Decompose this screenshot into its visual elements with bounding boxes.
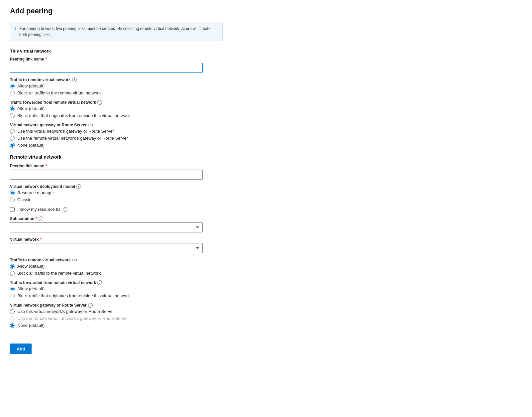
remote-vnet-traffic-to-remote-label: Traffic to remote virtual network i	[10, 258, 223, 262]
know-resource-id-checkbox[interactable]	[10, 207, 15, 212]
remote-vnet-deployment-model-label: Virtual network deployment model i	[10, 184, 223, 189]
this-vnet-gateway-radio-group: Use this virtual network's gateway or Ro…	[10, 129, 223, 148]
info-banner: ℹ For peering to work, two peering links…	[10, 22, 223, 41]
subscription-dropdown[interactable]: -	[10, 222, 203, 232]
this-vnet-traffic-forwarded-info-icon[interactable]: i	[97, 100, 102, 105]
add-button[interactable]: Add	[10, 344, 32, 354]
remote-vnet-gateway-use-this-option[interactable]: Use this virtual network's gateway or Ro…	[10, 309, 223, 314]
this-vnet-traffic-allow-option[interactable]: Allow (default)	[10, 83, 223, 88]
subscription-required: *	[36, 216, 37, 221]
remote-vnet-gateway-none-option[interactable]: None (default)	[10, 323, 223, 328]
this-vnet-traffic-to-remote-radio-group: Allow (default) Block all traffic to the…	[10, 83, 223, 95]
remote-vnet-traffic-to-remote-info-icon[interactable]: i	[72, 258, 77, 262]
remote-vnet-forwarded-allow-option[interactable]: Allow (default)	[10, 286, 223, 291]
bottom-bar: Add	[10, 338, 223, 354]
remote-vnet-peering-link-group: Peering link name *	[10, 164, 223, 180]
this-vnet-traffic-block-option[interactable]: Block all traffic to the remote virtual …	[10, 90, 223, 95]
know-resource-id-info-icon[interactable]: i	[63, 207, 67, 212]
remote-vnet-classic-option[interactable]: Classic	[10, 197, 223, 202]
this-vnet-forwarded-block-option[interactable]: Block traffic that originates from outsi…	[10, 113, 223, 118]
page-title: Add peering	[10, 7, 53, 15]
remote-vnet-deployment-model-radio-group: Resource manager Classic	[10, 190, 223, 202]
remote-vnet-gateway-label: Virtual network gateway or Route Server …	[10, 303, 223, 308]
this-vnet-peering-link-input[interactable]	[10, 63, 203, 73]
page-title-ellipsis: ···	[56, 8, 62, 14]
subscription-group: Subscription * i -	[10, 216, 223, 232]
remote-vnet-traffic-allow-option[interactable]: Allow (default)	[10, 264, 223, 269]
remote-vnet-gateway-use-remote-option[interactable]: Use the remote virtual network's gateway…	[10, 316, 223, 321]
info-banner-text: For peering to work, two peering links m…	[19, 26, 218, 38]
remote-vnet-traffic-to-remote-radio-group: Allow (default) Block all traffic to the…	[10, 264, 223, 276]
this-vnet-gateway-info-icon[interactable]: i	[88, 123, 93, 127]
this-vnet-gateway-group: Virtual network gateway or Route Server …	[10, 123, 223, 148]
remote-vnet-traffic-forwarded-info-icon[interactable]: i	[97, 280, 102, 285]
this-vnet-peering-link-required: *	[46, 57, 47, 62]
this-vnet-gateway-use-this-option[interactable]: Use this virtual network's gateway or Ro…	[10, 129, 223, 134]
this-vnet-peering-link-group: Peering link name *	[10, 57, 223, 73]
remote-vnet-traffic-forwarded-label: Traffic forwarded from remote virtual ne…	[10, 280, 223, 285]
virtual-network-dropdown[interactable]	[10, 243, 203, 253]
this-vnet-gateway-use-remote-option[interactable]: Use the remote virtual network's gateway…	[10, 136, 223, 141]
remote-vnet-deployment-model-group: Virtual network deployment model i Resou…	[10, 184, 223, 202]
remote-vnet-section-header: Remote virtual network	[10, 154, 223, 160]
this-vnet-peering-link-label: Peering link name *	[10, 57, 223, 62]
remote-vnet-peering-link-required: *	[46, 164, 47, 168]
virtual-network-required: *	[40, 237, 42, 242]
remote-vnet-traffic-to-remote-group: Traffic to remote virtual network i Allo…	[10, 258, 223, 276]
know-resource-id-label[interactable]: I know my resource ID	[17, 207, 60, 212]
info-banner-icon: ℹ	[15, 26, 17, 31]
remote-vnet-traffic-forwarded-radio-group: Allow (default) Block traffic that origi…	[10, 286, 223, 298]
page-title-area: Add peering ···	[10, 7, 223, 15]
this-vnet-gateway-label: Virtual network gateway or Route Server …	[10, 123, 223, 127]
remote-vnet-gateway-group: Virtual network gateway or Route Server …	[10, 303, 223, 328]
remote-vnet-peering-link-input[interactable]	[10, 170, 203, 180]
this-vnet-traffic-to-remote-info-icon[interactable]: i	[72, 77, 77, 82]
remote-vnet-forwarded-block-option[interactable]: Block traffic that originates from outsi…	[10, 293, 223, 298]
remote-vnet-resource-manager-option[interactable]: Resource manager	[10, 190, 223, 195]
remote-vnet-traffic-block-option[interactable]: Block all traffic to the remote virtual …	[10, 271, 223, 276]
subscription-label: Subscription * i	[10, 216, 223, 221]
this-vnet-traffic-to-remote-label: Traffic to remote virtual network i	[10, 77, 223, 82]
this-vnet-section-header: This virtual network	[10, 49, 223, 54]
remote-vnet-peering-link-label: Peering link name *	[10, 164, 223, 168]
this-vnet-traffic-to-remote-group: Traffic to remote virtual network i Allo…	[10, 77, 223, 95]
this-vnet-traffic-forwarded-radio-group: Allow (default) Block traffic that origi…	[10, 106, 223, 118]
this-vnet-traffic-forwarded-label: Traffic forwarded from remote virtual ne…	[10, 100, 223, 105]
remote-vnet-gateway-info-icon[interactable]: i	[88, 303, 93, 308]
know-resource-id-group[interactable]: I know my resource ID i	[10, 207, 223, 212]
this-vnet-forwarded-allow-option[interactable]: Allow (default)	[10, 106, 223, 111]
remote-vnet-deployment-model-info-icon[interactable]: i	[76, 184, 81, 189]
this-vnet-gateway-none-option[interactable]: None (default)	[10, 143, 223, 148]
virtual-network-group: Virtual network *	[10, 237, 223, 253]
virtual-network-label: Virtual network *	[10, 237, 223, 242]
remote-vnet-gateway-radio-group: Use this virtual network's gateway or Ro…	[10, 309, 223, 328]
this-vnet-traffic-forwarded-group: Traffic forwarded from remote virtual ne…	[10, 100, 223, 118]
subscription-info-icon[interactable]: i	[39, 216, 43, 221]
remote-vnet-traffic-forwarded-group: Traffic forwarded from remote virtual ne…	[10, 280, 223, 298]
